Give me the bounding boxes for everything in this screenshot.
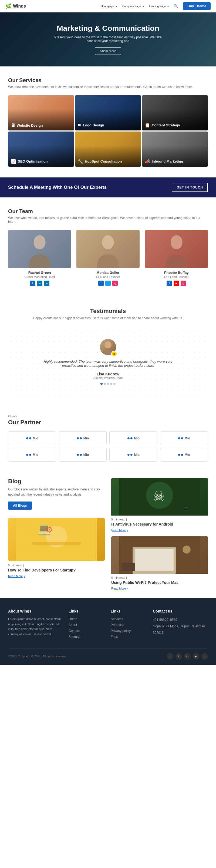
testimonials-title: Testimonials: [8, 308, 208, 315]
blog-readtime-1: 5 min read |: [8, 564, 105, 567]
instagram-icon-2[interactable]: ig: [112, 281, 118, 286]
footer-bottom: ©2021 Copyright © 2021. All rights reser…: [8, 648, 208, 659]
facebook-icon-1[interactable]: f: [30, 281, 35, 286]
blog-title: Blog: [8, 478, 105, 485]
footer-contact-title: Contact us: [153, 609, 208, 613]
footer-about-title: About Wings: [8, 609, 63, 613]
footer-grid: About Wings Lorem ipsum dolor sit amet, …: [8, 609, 208, 640]
nav-landing[interactable]: Landing Page ▾: [149, 4, 169, 8]
footer-link-contact[interactable]: Contact: [69, 628, 105, 633]
service-icon-hubspot: 🔧: [78, 159, 83, 164]
partner-logo-2: ●●Mio: [59, 431, 107, 445]
footer-social-twitter[interactable]: t: [176, 653, 182, 659]
linkedin-icon-1[interactable]: in: [37, 281, 42, 286]
linkedin2-icon-1[interactable]: in: [44, 281, 50, 286]
footer-links-list: Home About Contact Sitemap: [69, 617, 105, 639]
blog-read-more-2[interactable]: Read More ›: [111, 529, 208, 532]
search-icon[interactable]: 🔍: [174, 4, 178, 8]
twitter-icon-2[interactable]: t: [105, 281, 111, 286]
service-card-seo[interactable]: 📈 SEO Optimisation: [8, 131, 74, 167]
footer-contact: Contact us +91 9680019569 Gopal Pura Mod…: [153, 609, 208, 640]
blog-card-right-2: 5 min read | Using Public Wi-Fi? Protect…: [111, 536, 208, 590]
svg-text:☠: ☠: [153, 489, 165, 504]
testi-dot-3[interactable]: [107, 383, 109, 385]
service-card-logo[interactable]: ✏ Logo Design: [75, 95, 141, 130]
footer-services-list: Services Portfolios Privacy-policy Faqs: [111, 617, 147, 639]
footer-social-google[interactable]: g: [202, 653, 208, 659]
facebook-icon-2[interactable]: f: [98, 281, 104, 286]
team-role-1: Global Marketing Head: [8, 275, 71, 278]
team-section: Our Team We love what we do, that makes …: [0, 197, 216, 297]
schedule-title: Schedule A Meeting With One Of Our Exper…: [8, 185, 106, 190]
youtube-icon-3[interactable]: ▶: [174, 281, 179, 286]
testimonial-avatar-wrap: ★: [100, 339, 116, 355]
know-more-button[interactable]: Know More: [95, 47, 122, 55]
blog-read-more-1[interactable]: Read More ›: [8, 575, 105, 578]
footer-social-youtube[interactable]: ▶: [193, 653, 199, 659]
service-card-hubspot[interactable]: 🔧 HubSpot Consultation: [75, 131, 141, 167]
svg-rect-15: [135, 549, 174, 571]
team-subtitle: We love what we do, that makes us go the…: [8, 216, 208, 224]
footer-links-title: Links: [69, 609, 105, 613]
nav-homepage[interactable]: Homepage ▾: [100, 4, 117, 8]
blog-card-title-1: How To Find Developers For Startup?: [8, 568, 105, 572]
footer-socials: f t in ▶ g: [167, 653, 208, 659]
footer-contact-details: +91 9680019569 Gopal Pura Mode, Jaipur, …: [153, 617, 208, 636]
svg-point-2: [171, 235, 182, 249]
navbar: 🌿 Wings Homepage ▾ Company Page ▾ Landin…: [0, 0, 216, 12]
testimonial-badge: ★: [111, 351, 117, 357]
instagram-icon-3[interactable]: ig: [181, 281, 186, 286]
get-in-touch-button[interactable]: GET IN TOUCH: [172, 183, 208, 192]
svg-point-3: [104, 341, 112, 348]
footer-link-sitemap[interactable]: Sitemap: [69, 634, 105, 639]
team-photo-2: [76, 230, 139, 268]
footer-service-portfolios[interactable]: Portfolios: [111, 622, 147, 627]
testimonials-subtitle: Happy clients are our biggest advocates.…: [8, 316, 208, 320]
blog-subtitle: Our blogs are written by industry expert…: [8, 487, 105, 497]
partners-title: Our Partner: [8, 419, 208, 426]
logo[interactable]: 🌿 Wings: [5, 3, 26, 9]
blog-card-image-2: ☠ 📱: [111, 478, 208, 516]
footer-link-about[interactable]: About: [69, 622, 105, 627]
blog-card-image-1: 💻 ⚙: [8, 518, 105, 561]
service-icon-content: 📋: [145, 123, 150, 128]
team-member-1: Rachel Green Global Marketing Head f in …: [8, 230, 71, 286]
all-blogs-button[interactable]: All Blogs: [8, 501, 32, 509]
services-subtitle: We know that one size does not fit all, …: [8, 85, 208, 89]
team-role-3: COO and Founder: [145, 275, 208, 278]
team-socials-3: f ▶ ig: [145, 281, 208, 286]
footer: About Wings Lorem ipsum dolor sit amet, …: [0, 598, 216, 665]
blog-card-title-3: Using Public Wi-Fi? Protect Your Mac: [111, 580, 208, 585]
partner-logo-7: ●●Mio: [110, 448, 157, 462]
blog-read-more-3[interactable]: Read More ›: [111, 587, 208, 590]
team-name-3: Phoebe Buffay: [145, 271, 208, 275]
team-name-2: Monica Geller: [76, 271, 139, 275]
testi-dot-4[interactable]: [110, 383, 112, 385]
testi-dot-2[interactable]: [104, 383, 106, 385]
footer-social-linkedin[interactable]: in: [184, 653, 191, 659]
service-card-content[interactable]: 📋 Content Strategy: [142, 95, 208, 130]
blog-left: Blog Our blogs are written by industry e…: [8, 478, 105, 590]
footer-service-privacy[interactable]: Privacy-policy: [111, 628, 147, 633]
testi-dot-1[interactable]: [100, 383, 102, 385]
blog-section: Blog Our blogs are written by industry e…: [0, 470, 216, 598]
testi-dot-5[interactable]: [114, 383, 116, 385]
service-icon-inbound: 📣: [145, 159, 150, 164]
buy-theme-button[interactable]: Buy Theme: [183, 2, 211, 10]
facebook-icon-3[interactable]: f: [166, 281, 172, 286]
footer-service-services[interactable]: Services: [111, 617, 147, 621]
footer-service-faqs[interactable]: Faqs: [111, 634, 147, 639]
blog-card-left: 💻 ⚙ 5 min read | How To Find Developers …: [8, 518, 105, 578]
partners-label: Clients: [8, 414, 208, 418]
chevron-right-icon-3: ›: [127, 587, 128, 590]
services-section: Our Services We know that one size does …: [0, 66, 216, 178]
blog-card-body-1: 5 min read | Is Antivirus Necessary for …: [111, 518, 208, 532]
partner-logo-5: ●●Mio: [8, 448, 56, 462]
footer-social-facebook[interactable]: f: [167, 653, 173, 659]
partners-grid: ●●Mio ●●Mio ●●Mio ●●Mio ●●Mio ●●Mio ●●Mi…: [8, 431, 208, 462]
service-card-inbound[interactable]: 📣 Inbound Marketing: [142, 131, 208, 167]
service-card-website[interactable]: 🖥 Website Design: [8, 95, 74, 130]
footer-link-home[interactable]: Home: [69, 617, 105, 621]
partner-logo-3: ●●Mio: [110, 431, 157, 445]
nav-company[interactable]: Company Page ▾: [122, 4, 144, 8]
